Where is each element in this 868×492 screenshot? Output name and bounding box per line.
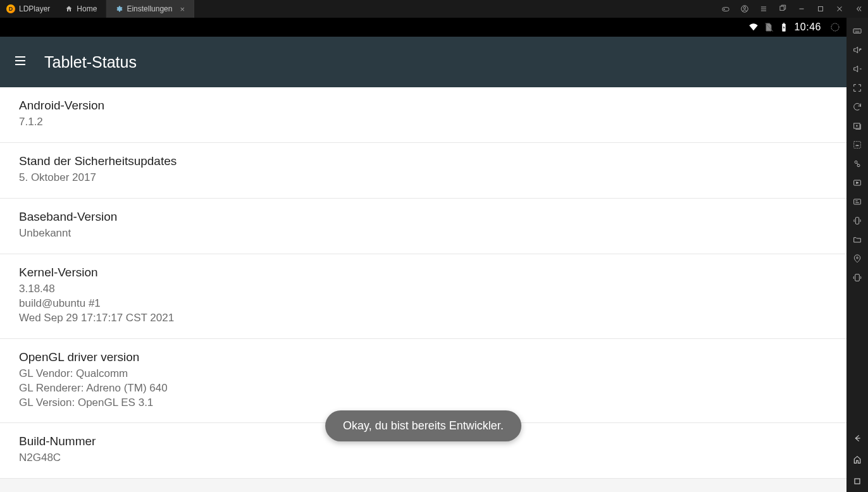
window-controls [716, 0, 868, 18]
dev-gear-icon [830, 22, 840, 32]
tab-strip: Home Einstellungen × [56, 0, 194, 18]
item-value: 5. Oktober 2017 [19, 171, 828, 185]
hamburger-menu-icon[interactable] [13, 53, 28, 71]
app-brand: D LDPlayer [0, 0, 56, 18]
window-close-icon[interactable] [830, 0, 849, 18]
gamepad-icon[interactable] [716, 0, 735, 18]
tab-home-label: Home [77, 4, 97, 13]
maximize-icon[interactable] [811, 0, 830, 18]
item-security-patch[interactable]: Stand der Sicherheitsupdates 5. Oktober … [0, 143, 846, 199]
item-title: Android-Version [19, 99, 828, 113]
sync-icon[interactable] [846, 97, 868, 116]
item-value: Unbekannt [19, 226, 828, 241]
no-sim-icon [764, 22, 774, 32]
svg-rect-6 [783, 23, 785, 23]
item-title: Baseband-Version [19, 210, 828, 224]
svg-point-12 [857, 164, 860, 167]
emulator-toolbar [846, 18, 868, 492]
battery-icon [779, 22, 789, 32]
item-baseband-version[interactable]: Baseband-Version Unbekannt [0, 199, 846, 254]
item-title: Stand der Sicherheitsupdates [19, 154, 828, 168]
svg-point-7 [831, 23, 839, 31]
item-value: 3.18.48 build@ubuntu #1 Wed Sep 29 17:17… [19, 282, 828, 326]
tab-home[interactable]: Home [56, 0, 106, 18]
svg-rect-8 [853, 29, 861, 34]
status-time: 10:46 [794, 22, 821, 33]
android-back-icon[interactable] [846, 427, 868, 449]
item-title: OpenGL driver version [19, 350, 828, 364]
toast-message: Okay, du bist bereits Entwickler. [325, 410, 521, 441]
toast-text: Okay, du bist bereits Entwickler. [343, 419, 504, 432]
android-home-icon[interactable] [846, 449, 868, 470]
svg-rect-4 [819, 7, 823, 11]
app-header: Tablet-Status [0, 37, 846, 87]
gear-icon [115, 5, 123, 13]
rotate-icon[interactable] [846, 268, 868, 287]
item-kernel-version[interactable]: Kernel-Version 3.18.48 build@ubuntu #1 W… [0, 254, 846, 339]
svg-rect-17 [855, 274, 860, 281]
screenshot-icon[interactable] [846, 154, 868, 173]
item-value: N2G48C [19, 451, 828, 465]
home-icon [65, 5, 73, 13]
volume-up-icon[interactable] [846, 40, 868, 59]
shake-icon[interactable] [846, 211, 868, 230]
android-recents-icon[interactable] [846, 470, 868, 492]
ldplayer-logo-icon: D [6, 4, 15, 13]
minimize-icon[interactable] [792, 0, 811, 18]
emulator-screen: 10:46 Tablet-Status Android-Version 7.1.… [0, 18, 846, 492]
item-value: 7.1.2 [19, 115, 828, 130]
item-android-version[interactable]: Android-Version 7.1.2 [0, 87, 846, 143]
close-icon[interactable]: × [180, 4, 185, 14]
install-apk-icon[interactable] [846, 135, 868, 154]
multi-instance-icon[interactable] [846, 116, 868, 135]
window-titlebar: D LDPlayer Home Einstellungen × [0, 0, 868, 18]
svg-rect-15 [855, 218, 859, 224]
volume-down-icon[interactable] [846, 59, 868, 78]
svg-rect-18 [855, 479, 860, 484]
settings-list: Android-Version 7.1.2 Stand der Sicherhe… [0, 87, 846, 492]
record-icon[interactable] [846, 173, 868, 192]
android-status-bar: 10:46 [0, 18, 846, 37]
fullscreen-icon[interactable] [846, 78, 868, 97]
account-icon[interactable] [735, 0, 754, 18]
gps-icon[interactable] [846, 249, 868, 268]
svg-rect-3 [780, 6, 784, 10]
keyboard-icon[interactable] [846, 22, 868, 40]
multi-window-icon[interactable] [773, 0, 792, 18]
svg-rect-14 [854, 199, 861, 204]
svg-rect-0 [722, 8, 729, 11]
tab-settings[interactable]: Einstellungen × [106, 0, 194, 18]
item-value: GL Vendor: Qualcomm GL Renderer: Adreno … [19, 367, 828, 410]
shared-folder-icon[interactable] [846, 230, 868, 249]
tab-settings-label: Einstellungen [127, 4, 172, 13]
operation-record-icon[interactable] [846, 192, 868, 211]
svg-rect-10 [854, 142, 861, 149]
page-title: Tablet-Status [44, 53, 137, 71]
app-name: LDPlayer [19, 4, 50, 13]
svg-point-2 [743, 7, 746, 9]
item-title: Kernel-Version [19, 266, 828, 280]
wifi-icon [748, 22, 759, 32]
svg-point-16 [857, 257, 859, 259]
menu-icon[interactable] [754, 0, 773, 18]
collapse-sidebar-icon[interactable] [849, 0, 868, 18]
